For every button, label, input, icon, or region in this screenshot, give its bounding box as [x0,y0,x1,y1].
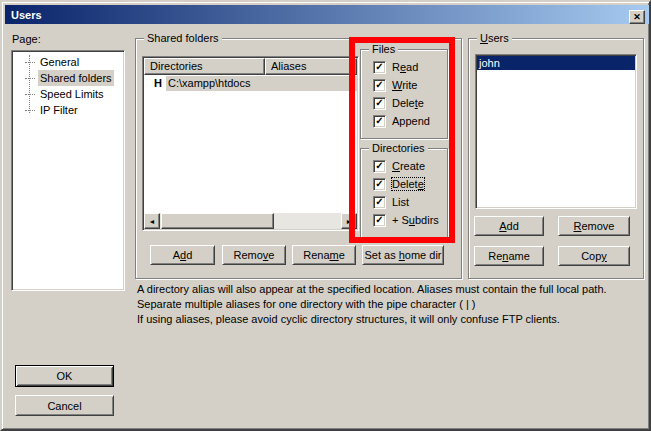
remove-user-button[interactable]: Remove [558,216,630,236]
checkbox-check-icon: ✓ [373,97,386,110]
checkbox-check-icon: ✓ [373,178,386,191]
checkbox-read[interactable]: ✓ Read [373,60,418,74]
tree-stub [25,78,35,79]
checkbox-delete-file[interactable]: ✓ Delete [373,96,424,110]
ok-button[interactable]: OK [15,365,114,387]
page-list[interactable]: General Shared folders Speed Limits IP F… [11,50,125,291]
add-user-button[interactable]: Add [474,216,544,236]
checkbox-check-icon: ✓ [373,61,386,74]
tree-stub [25,94,35,95]
copy-user-button[interactable]: Copy [558,246,630,266]
cyclic-note: If using aliases, please avoid cyclic di… [137,312,642,327]
page-item-speed-limits[interactable]: Speed Limits [12,86,124,102]
rename-folder-button[interactable]: Rename [292,245,356,265]
scroll-left-icon: ◄ [149,218,156,225]
users-dialog: Users ✕ Page: General Shared folders Spe… [0,0,651,431]
tree-stub [25,110,35,111]
titlebar[interactable]: Users ✕ [5,5,650,24]
users-group-label: Users [477,32,512,44]
checkbox-check-icon: ✓ [373,115,386,128]
set-as-home-dir-button[interactable]: Set as home dir [362,245,444,265]
remove-folder-button[interactable]: Remove [222,245,286,265]
checkbox-check-icon: ✓ [373,160,386,173]
add-folder-button[interactable]: Add [150,245,215,265]
directories-permissions-group: Directories ✓ Create ✓ Delete ✓ List ✓ +… [360,148,448,238]
scroll-right-button[interactable]: ► [341,213,357,229]
cancel-button[interactable]: Cancel [15,395,114,416]
column-header-aliases[interactable]: Aliases [265,58,357,75]
page-item-shared-folders[interactable]: Shared folders [12,70,124,86]
checkbox-check-icon: ✓ [373,214,386,227]
close-icon: ✕ [633,13,641,22]
shared-folders-list[interactable]: Directories Aliases H C:\xampp\htdocs ◄ … [142,56,359,231]
checkbox-check-icon: ✓ [373,196,386,209]
home-marker: H [144,76,166,91]
tree-stub [25,62,35,63]
page-label: Page: [12,33,41,45]
checkbox-check-icon: ✓ [373,79,386,92]
column-header-directories[interactable]: Directories [144,58,265,75]
alias-note: A directory alias will also appear at th… [137,282,642,312]
checkbox-delete-dir[interactable]: ✓ Delete [373,177,424,191]
directories-group-label: Directories [369,142,428,154]
close-button[interactable]: ✕ [629,10,645,24]
list-header: Directories Aliases [144,58,357,75]
page-item-ip-filter[interactable]: IP Filter [12,102,124,118]
checkbox-subdirs[interactable]: ✓ + Subdirs [373,213,439,227]
scroll-right-icon: ► [346,218,353,225]
horizontal-scrollbar[interactable]: ◄ ► [144,213,357,229]
checkbox-list[interactable]: ✓ List [373,195,409,209]
directory-row[interactable]: H C:\xampp\htdocs [144,75,357,91]
rename-user-button[interactable]: Rename [474,246,544,266]
user-item-john[interactable]: john [477,56,635,70]
scroll-left-button[interactable]: ◄ [144,213,160,229]
checkbox-create[interactable]: ✓ Create [373,159,425,173]
shared-folders-group-label: Shared folders [144,32,222,44]
page-item-general[interactable]: General [12,54,124,70]
window-title: Users [11,9,42,21]
files-group-label: Files [369,43,398,55]
files-permissions-group: Files ✓ Read ✓ Write ✓ Delete ✓ Append [360,49,448,139]
checkbox-append[interactable]: ✓ Append [373,114,430,128]
directory-path: C:\xampp\htdocs [166,76,357,91]
checkbox-write[interactable]: ✓ Write [373,78,417,92]
scrollbar-thumb[interactable] [161,213,274,229]
users-list[interactable]: john [475,54,637,209]
